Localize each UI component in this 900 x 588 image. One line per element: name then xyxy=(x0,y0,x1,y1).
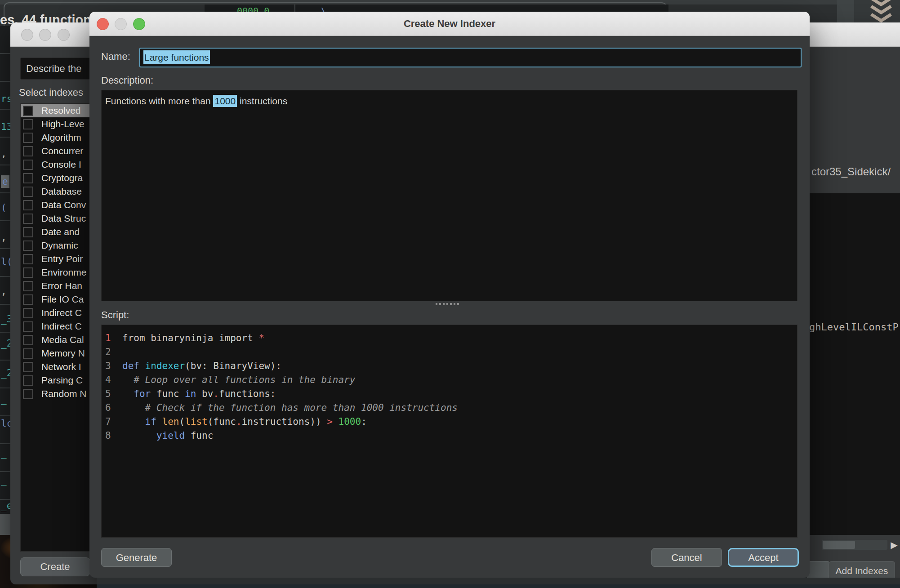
code-fragment: , xyxy=(1,148,7,159)
checkbox[interactable] xyxy=(23,173,33,183)
list-item-label: Entry Poir xyxy=(41,254,83,264)
code-fragment: _3 xyxy=(1,314,10,325)
splitter-handle-icon[interactable] xyxy=(436,303,459,305)
line-number: 2 xyxy=(102,345,119,359)
right-code-panel xyxy=(805,193,900,535)
checkbox[interactable] xyxy=(23,362,33,372)
checkbox[interactable] xyxy=(23,389,33,399)
line-number: 8 xyxy=(102,429,119,443)
list-item-label: Data Conv xyxy=(41,200,86,210)
code-text: if len(list(func.instructions)) > 1000: xyxy=(119,416,367,427)
checkbox[interactable] xyxy=(23,321,33,332)
code-line: 8 yield func xyxy=(102,429,797,443)
checkbox[interactable] xyxy=(23,146,33,156)
description-textarea[interactable]: Functions with more than 1000 instructio… xyxy=(101,90,798,301)
checkbox[interactable] xyxy=(23,281,33,291)
checkbox[interactable] xyxy=(23,348,33,359)
code-fragment: _e xyxy=(1,500,10,511)
code-line: 5 for func in bv.functions: xyxy=(102,387,797,401)
list-item-label: Media Cal xyxy=(41,334,84,345)
list-item-label: Algorithm xyxy=(41,132,81,143)
checkbox[interactable] xyxy=(23,133,33,143)
list-item-label: Indirect C xyxy=(41,307,82,318)
zoom-icon[interactable] xyxy=(133,18,145,30)
list-item-label: Indirect C xyxy=(41,321,82,332)
left-code-strip: rs13,e(,l(,_3_2_2_lc_ _ _e xyxy=(0,26,10,514)
checkbox[interactable] xyxy=(23,241,33,251)
list-item-label: Memory N xyxy=(41,348,85,359)
code-fragment: lc xyxy=(1,418,10,429)
code-text: for func in bv.functions: xyxy=(119,388,276,399)
scroll-right-icon[interactable]: ▶ xyxy=(888,539,900,551)
generate-button[interactable]: Generate xyxy=(101,548,172,567)
code-text xyxy=(119,347,122,357)
minimize-icon[interactable] xyxy=(39,29,51,41)
checkbox[interactable] xyxy=(23,308,33,318)
name-label: Name: xyxy=(101,51,130,62)
code-fragment: _2 xyxy=(1,368,10,379)
bottom-strip-dark xyxy=(97,584,900,588)
checkbox[interactable] xyxy=(23,375,33,386)
checkbox[interactable] xyxy=(23,294,33,305)
checkbox[interactable] xyxy=(23,227,33,237)
code-line: 7 if len(list(func.instructions)) > 1000… xyxy=(102,415,797,429)
code-line: 6 # Check if the function has more than … xyxy=(102,401,797,415)
description-text: Functions with more than xyxy=(105,96,213,106)
code-fragment: l( xyxy=(1,256,10,267)
list-item-label: Parsing C xyxy=(41,375,83,386)
list-item-label: Random N xyxy=(41,388,86,399)
list-item-label: Resolved xyxy=(41,105,81,116)
dialog-titlebar[interactable]: Create New Indexer xyxy=(89,12,810,36)
line-number: 1 xyxy=(102,331,119,345)
scrollbar-thumb[interactable] xyxy=(823,541,855,549)
hlil-fragment: ghLevelILConstP xyxy=(809,321,899,333)
minimize-icon[interactable] xyxy=(115,18,127,30)
code-fragment: ( xyxy=(1,202,7,213)
checkbox[interactable] xyxy=(23,160,33,170)
close-icon[interactable] xyxy=(21,29,33,41)
code-text: from binaryninja import * xyxy=(119,333,264,343)
zoom-icon[interactable] xyxy=(58,29,70,41)
script-label: Script: xyxy=(101,309,129,321)
description-label: Description: xyxy=(101,75,153,86)
create-button[interactable]: Create xyxy=(20,557,90,576)
accept-button[interactable]: Accept xyxy=(728,548,799,567)
checkbox[interactable] xyxy=(23,214,33,224)
list-item-label: Database xyxy=(41,186,82,197)
line-number: 3 xyxy=(102,359,119,373)
checkbox[interactable] xyxy=(23,187,33,197)
checkbox[interactable] xyxy=(23,119,33,129)
code-fragment: rs xyxy=(1,94,10,104)
screen: es, 44 functions) 0000 0 \ rs13,e(,l(,_3… xyxy=(0,0,900,588)
list-item-label: Data Struc xyxy=(41,213,86,224)
checkbox[interactable] xyxy=(23,106,33,116)
checkbox[interactable] xyxy=(23,254,33,264)
code-text: # Loop over all functions in the binary xyxy=(119,374,355,385)
code-line: 1from binaryninja import * xyxy=(102,331,797,345)
code-fragment: _ xyxy=(1,394,7,405)
line-number: 6 xyxy=(102,401,119,415)
code-line: 3def indexer(bv: BinaryView): xyxy=(102,359,797,373)
list-item-label: Concurrer xyxy=(41,146,83,156)
toolbar-column xyxy=(837,0,854,22)
code-text: def indexer(bv: BinaryView): xyxy=(119,361,281,371)
code-fragment: _ xyxy=(1,448,10,459)
close-icon[interactable] xyxy=(97,18,109,30)
list-item-label: Error Han xyxy=(41,281,82,291)
script-code[interactable]: 1from binaryninja import *23def indexer(… xyxy=(101,325,798,538)
dialog-title: Create New Indexer xyxy=(89,12,810,36)
select-indexes-label: Select indexes xyxy=(19,87,83,98)
name-value-selected: Large functions xyxy=(143,50,210,64)
list-item-label: Dynamic xyxy=(41,240,78,251)
left-gray-band xyxy=(0,514,10,535)
code-fragment: _2 xyxy=(1,338,10,349)
checkbox[interactable] xyxy=(23,335,33,345)
checkbox[interactable] xyxy=(23,200,33,210)
checkbox[interactable] xyxy=(23,267,33,278)
code-fragment: _ xyxy=(1,475,10,486)
path-fragment: ctor35_Sidekick/ xyxy=(811,165,891,178)
code-line: 4 # Loop over all functions in the binar… xyxy=(102,373,797,387)
cancel-button[interactable]: Cancel xyxy=(651,548,722,567)
description-highlight: 1000 xyxy=(213,95,237,107)
name-input[interactable]: Large functions xyxy=(139,48,802,67)
